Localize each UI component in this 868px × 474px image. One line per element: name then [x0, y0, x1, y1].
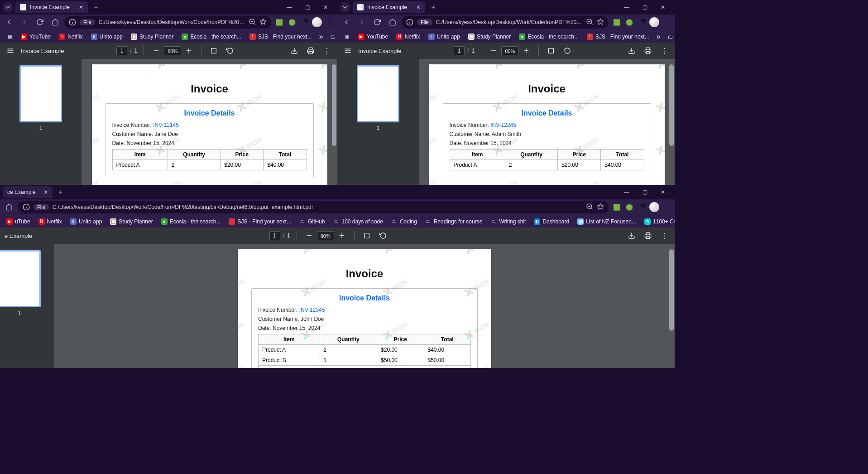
forward-button[interactable] — [18, 16, 31, 29]
search-tabs-button[interactable] — [3, 2, 13, 12]
current-page-input[interactable] — [269, 231, 280, 240]
bookmark-coding[interactable]: 🗀Coding — [388, 217, 421, 227]
fit-page-button[interactable] — [545, 45, 557, 57]
zoom-out-button[interactable] — [488, 45, 499, 57]
profile-avatar[interactable] — [649, 202, 659, 212]
minimize-button[interactable]: — — [280, 1, 298, 14]
zoom-icon[interactable] — [586, 203, 593, 212]
rotate-button[interactable] — [377, 230, 389, 242]
print-button[interactable] — [642, 45, 654, 57]
current-page-input[interactable] — [116, 46, 127, 55]
extensions-button[interactable] — [299, 17, 310, 28]
pdf-more-button[interactable]: ⋮ — [321, 45, 333, 57]
page-view[interactable]: IRONIRONIRONIRONIRONIRONIRONIRONIRONIRON… — [54, 244, 675, 368]
page-thumbnail[interactable] — [0, 250, 41, 307]
bookmark-readings[interactable]: 🗀Readings for course — [422, 217, 486, 227]
bookmark-unito[interactable]: ॥Unito app — [425, 32, 464, 42]
minimize-button[interactable]: — — [618, 1, 636, 14]
extension-1[interactable]: 🟩 — [611, 17, 622, 28]
extension-1[interactable]: 🟩 — [274, 17, 285, 28]
rotate-button[interactable] — [561, 45, 573, 57]
rotate-button[interactable] — [224, 45, 236, 57]
bookmarks-overflow-button[interactable]: » — [317, 33, 326, 41]
home-button[interactable] — [386, 16, 399, 29]
fit-page-button[interactable] — [208, 45, 220, 57]
close-window-button[interactable]: ✕ — [654, 186, 672, 198]
profile-avatar[interactable] — [312, 17, 322, 27]
browser-menu-button[interactable]: ⋮ — [661, 17, 672, 28]
bookmark-netflix[interactable]: NNetflix — [55, 32, 86, 42]
back-button[interactable] — [340, 16, 353, 29]
bookmark-youtube[interactable]: ▶YouTube — [17, 32, 54, 42]
extension-grammarly[interactable]: 🟢 — [624, 202, 635, 213]
profile-avatar[interactable] — [649, 17, 659, 27]
extension-1[interactable]: 🟩 — [611, 202, 622, 213]
bookmark-100days[interactable]: 🗀100 days of code — [330, 217, 387, 227]
forward-button[interactable] — [355, 16, 368, 29]
address-bar[interactable]: File C:/Users/kyess/Desktop/Desktop/Work… — [402, 16, 609, 29]
search-tabs-button[interactable] — [340, 2, 350, 12]
new-tab-button[interactable]: ＋ — [91, 2, 101, 13]
bookmark-sjs[interactable]: !SJS - Find your next... — [225, 217, 295, 227]
vertical-scrollbar[interactable] — [332, 64, 336, 146]
star-icon[interactable] — [597, 203, 604, 212]
bookmark-sjs[interactable]: !SJS - Find your next... — [583, 32, 653, 42]
page-view[interactable]: IRONIRONIRONIRONIRONIRONIRONIRONIRONIRON… — [82, 59, 337, 185]
maximize-button[interactable]: ▢ — [636, 1, 654, 14]
reload-button[interactable] — [371, 16, 384, 29]
bookmark-sjs[interactable]: !SJS - Find your next... — [246, 32, 316, 42]
zoom-in-button[interactable] — [336, 230, 348, 242]
close-tab-button[interactable]: ✕ — [43, 189, 49, 195]
vertical-scrollbar[interactable] — [669, 64, 674, 146]
bookmarks-overflow-button[interactable]: » — [654, 33, 663, 41]
extensions-button[interactable] — [637, 202, 647, 213]
bookmark-ecosia[interactable]: ●Ecosia - the search... — [178, 32, 245, 42]
browser-menu-button[interactable]: ⋮ — [324, 17, 335, 28]
browser-tab[interactable]: 📄 Invoice Example ✕ — [353, 1, 425, 13]
bookmark-netflix[interactable]: NNetflix — [35, 217, 66, 227]
zoom-in-button[interactable] — [520, 45, 532, 57]
zoom-level[interactable]: 80% — [164, 46, 181, 55]
page-thumbnail[interactable] — [19, 65, 62, 122]
bookmark-ecosia[interactable]: ●Ecosia - the search... — [515, 32, 582, 42]
download-button[interactable] — [626, 45, 638, 57]
bookmark-nz[interactable]: ▦List of NZ Focused... — [574, 217, 640, 227]
pdf-menu-button[interactable] — [342, 45, 354, 57]
new-tab-button[interactable]: ＋ — [55, 187, 66, 198]
print-button[interactable] — [642, 230, 654, 242]
close-tab-button[interactable]: ✕ — [415, 4, 422, 10]
browser-menu-button[interactable]: ⋮ — [661, 202, 672, 213]
bookmark-study-planner[interactable]: 📋Study Planner — [127, 32, 177, 42]
apps-button[interactable]: ▦ — [3, 32, 16, 42]
bookmark-github[interactable]: 🗀GitHub — [296, 217, 328, 227]
fit-page-button[interactable] — [361, 230, 373, 242]
maximize-button[interactable]: ▢ — [298, 1, 317, 14]
browser-tab[interactable]: ce Example ✕ — [3, 186, 53, 198]
bookmark-youtube[interactable]: ▶uTube — [3, 217, 34, 227]
zoom-icon[interactable] — [249, 18, 256, 27]
current-page-input[interactable] — [454, 46, 465, 55]
zoom-icon[interactable] — [586, 18, 593, 27]
close-window-button[interactable]: ✕ — [317, 1, 335, 14]
extension-grammarly[interactable]: 🟢 — [624, 17, 635, 28]
pdf-menu-button[interactable] — [5, 45, 16, 57]
apps-button[interactable]: ▦ — [340, 32, 354, 42]
minimize-button[interactable]: — — [618, 186, 636, 198]
address-bar[interactable]: File C:/Users/kyess/Desktop/Desktop/Work… — [18, 201, 609, 213]
zoom-in-button[interactable] — [183, 45, 195, 57]
home-button[interactable] — [3, 201, 15, 213]
maximize-button[interactable]: ▢ — [636, 186, 654, 198]
browser-tab[interactable]: 📄 Invoice Example ✕ — [15, 1, 88, 13]
page-view[interactable]: IRONIRONIRONIRONIRONIRONIRONIRONIRONIRON… — [419, 59, 675, 185]
bookmark-youtube[interactable]: ▶YouTube — [355, 32, 392, 42]
bookmark-writing[interactable]: 🗀Writing shit — [487, 217, 529, 227]
reload-button[interactable] — [34, 16, 46, 29]
bookmark-creative[interactable]: ✎1100+ Creative Writ... — [641, 217, 675, 227]
back-button[interactable] — [3, 16, 15, 29]
bookmark-study-planner[interactable]: 📋Study Planner — [106, 217, 156, 227]
all-bookmarks-button[interactable]: 🗀All Bookmarks — [327, 30, 337, 43]
new-tab-button[interactable]: ＋ — [428, 2, 439, 13]
home-button[interactable] — [49, 16, 62, 29]
extensions-button[interactable] — [637, 17, 647, 28]
pdf-more-button[interactable]: ⋮ — [658, 230, 670, 242]
